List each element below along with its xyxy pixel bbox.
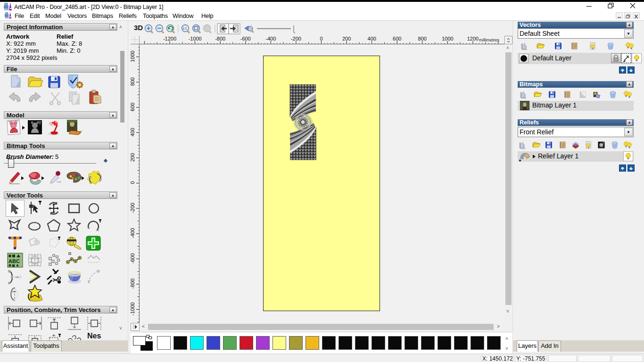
- svg-text:-600: -600: [240, 36, 251, 41]
- svg-text:0: 0: [320, 36, 322, 41]
- svg-text:-400: -400: [265, 36, 276, 41]
- svg-text:ABC: ABC: [8, 258, 20, 264]
- svg-text:800: 800: [131, 77, 135, 86]
- svg-text:600: 600: [393, 36, 401, 41]
- svg-text:1000: 1000: [131, 50, 135, 62]
- svg-text:600: 600: [131, 103, 135, 111]
- svg-text:-800: -800: [215, 36, 225, 41]
- svg-text:200: 200: [131, 153, 135, 162]
- svg-text:-600: -600: [131, 253, 135, 263]
- svg-text:T: T: [39, 121, 41, 125]
- svg-text:800: 800: [418, 36, 427, 41]
- svg-text:1200: 1200: [467, 36, 479, 41]
- svg-text:-200: -200: [131, 203, 135, 213]
- svg-text:400: 400: [368, 36, 376, 41]
- svg-text:-800: -800: [131, 279, 135, 289]
- svg-text:-1200: -1200: [163, 36, 176, 41]
- svg-text:0: 0: [131, 181, 135, 184]
- svg-text:1:1: 1:1: [182, 27, 187, 30]
- svg-text:200: 200: [342, 36, 351, 41]
- svg-text:1000: 1000: [442, 36, 453, 41]
- svg-text:-1000: -1000: [131, 302, 135, 315]
- svg-text:-200: -200: [291, 36, 301, 41]
- svg-text:400: 400: [131, 128, 135, 136]
- svg-text:-1000: -1000: [189, 36, 202, 41]
- svg-text:-400: -400: [131, 228, 135, 239]
